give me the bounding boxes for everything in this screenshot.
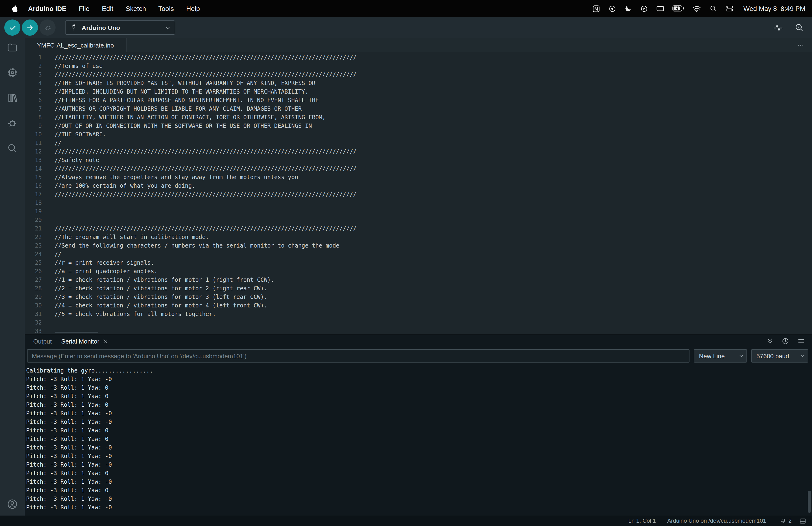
code-editor[interactable]: 1///////////////////////////////////////…	[25, 52, 812, 334]
more-actions-icon[interactable]	[797, 41, 812, 49]
board-selector[interactable]: Arduino Uno	[65, 20, 175, 35]
menubar-status-area: Wed May 8 8:49 PM	[592, 4, 806, 13]
chevron-down-icon	[800, 354, 805, 358]
serial-output-line: Pitch: -3 Roll: 1 Yaw: -0	[26, 478, 812, 486]
code-text	[42, 318, 55, 327]
battery-charging-icon[interactable]	[672, 5, 684, 12]
usb-icon	[70, 24, 77, 31]
serial-monitor-icon[interactable]	[795, 23, 804, 32]
code-text: //are 100% certain of what you are doing…	[42, 182, 195, 190]
tab-output[interactable]: Output	[29, 335, 57, 348]
upload-button[interactable]	[22, 19, 38, 35]
code-line: 17//////////////////////////////////////…	[25, 190, 812, 199]
serial-output-line: Pitch: -3 Roll: 1 Yaw: -0	[26, 503, 812, 512]
timestamp-icon[interactable]	[782, 337, 789, 345]
statusbar-board[interactable]: Arduino Uno on /dev/cu.usbmodem101	[667, 517, 766, 524]
line-number: 27	[25, 275, 42, 284]
serial-output-line: Pitch: -3 Roll: 1 Yaw: 0	[26, 435, 812, 443]
serial-output-line: Pitch: -3 Roll: 1 Yaw: 0	[26, 469, 812, 478]
serial-output[interactable]: Calibrating the gyro.................Pit…	[25, 363, 812, 515]
collapse-panel-icon[interactable]	[766, 337, 773, 345]
verify-button[interactable]	[4, 19, 20, 35]
panel-toggle-icon[interactable]	[799, 517, 806, 524]
code-text: //1 = check rotation / vibrations for mo…	[42, 275, 274, 284]
serial-plotter-icon[interactable]	[773, 23, 783, 32]
serial-output-line: Pitch: -3 Roll: 1 Yaw: 0	[26, 383, 812, 392]
bottom-panel: Output Serial Monitor	[25, 334, 812, 515]
code-line: 6//FITNESS FOR A PARTICULAR PURPOSE AND …	[25, 96, 812, 104]
code-line: 27//1 = check rotation / vibrations for …	[25, 275, 812, 284]
baud-rate-select[interactable]: 57600 baud	[751, 349, 808, 362]
menu-item-file[interactable]: File	[79, 5, 89, 12]
apple-menu-icon[interactable]	[11, 4, 17, 13]
code-text: //THE SOFTWARE.	[42, 130, 106, 139]
code-text: ////////////////////////////////////////…	[42, 224, 357, 233]
serial-output-line: Pitch: -3 Roll: 1 Yaw: -0	[26, 495, 812, 503]
code-text	[42, 199, 55, 207]
display-icon[interactable]	[656, 5, 664, 12]
debug-bug-icon	[43, 24, 52, 32]
menu-item-help[interactable]: Help	[186, 5, 200, 12]
line-ending-select[interactable]: New Line	[694, 349, 747, 362]
debug-sidebar-icon[interactable]	[6, 117, 18, 129]
line-number: 29	[25, 293, 42, 301]
code-text: ////////////////////////////////////////…	[42, 165, 357, 173]
code-text: //4 = check rotation / vibrations for mo…	[42, 301, 267, 310]
line-number: 14	[25, 165, 42, 173]
panel-menu-icon[interactable]	[797, 337, 805, 345]
code-line: 22//The program will start in calibratio…	[25, 233, 812, 241]
do-not-disturb-moon-icon[interactable]	[624, 5, 632, 12]
line-number: 17	[25, 190, 42, 199]
menu-item-tools[interactable]: Tools	[158, 5, 174, 12]
code-line: 7//AUTHORS OR COPYRIGHT HOLDERS BE LIABL…	[25, 104, 812, 113]
serial-output-line: Pitch: -3 Roll: 1 Yaw: 0	[26, 392, 812, 400]
now-playing-icon[interactable]	[640, 4, 648, 13]
sketchbook-folder-icon[interactable]	[6, 42, 18, 53]
menu-item-arduino-ide[interactable]: Arduino IDE	[28, 5, 67, 12]
line-number: 32	[25, 318, 42, 327]
serial-output-line: Pitch: -3 Roll: 1 Yaw: 0	[26, 486, 812, 495]
serial-output-line: Pitch: -3 Roll: 1 Yaw: 0	[26, 400, 812, 409]
boards-manager-icon[interactable]	[6, 67, 18, 79]
code-text	[42, 327, 55, 334]
serial-output-line: Pitch: -3 Roll: 1 Yaw: 0	[26, 426, 812, 435]
library-manager-icon[interactable]	[6, 92, 18, 103]
close-icon[interactable]	[103, 339, 108, 344]
account-icon[interactable]	[6, 498, 18, 510]
serial-output-line: Pitch: -3 Roll: 1 Yaw: -0	[26, 443, 812, 452]
code-line: 11//	[25, 139, 812, 147]
notifications-bell[interactable]: 2	[780, 517, 792, 524]
panel-action-icons	[766, 337, 812, 345]
control-center-icon[interactable]	[725, 5, 734, 12]
cursor-position[interactable]: Ln 1, Col 1	[628, 517, 656, 524]
notion-icon[interactable]	[592, 4, 600, 13]
code-line: 10//THE SOFTWARE.	[25, 130, 812, 139]
spotlight-search-icon[interactable]	[709, 5, 717, 12]
menubar-clock[interactable]: Wed May 8 8:49 PM	[743, 5, 806, 12]
menu-item-sketch[interactable]: Sketch	[126, 5, 146, 12]
debug-button[interactable]	[40, 19, 56, 35]
code-line: 19	[25, 207, 812, 216]
code-text: //FITNESS FOR A PARTICULAR PURPOSE AND N…	[42, 96, 319, 104]
line-number: 33	[25, 327, 42, 334]
search-icon[interactable]	[6, 143, 18, 154]
serial-message-input[interactable]	[27, 349, 690, 362]
code-text: //IMPLIED, INCLUDING BUT NOT LIMITED TO …	[42, 87, 308, 96]
code-line: 15//Always remove the propellers and sta…	[25, 173, 812, 182]
line-number: 3	[25, 70, 42, 79]
serial-output-line: Calibrating the gyro.................	[26, 366, 812, 375]
menu-item-edit[interactable]: Edit	[102, 5, 113, 12]
tab-sketch[interactable]: YMFC-AL_esc_calibrate.ino	[25, 38, 127, 52]
screen-record-icon[interactable]	[608, 4, 616, 13]
tab-serial-monitor[interactable]: Serial Monitor	[57, 335, 113, 348]
editor-horizontal-scrollbar[interactable]	[55, 332, 98, 333]
line-number: 30	[25, 301, 42, 310]
line-number: 11	[25, 139, 42, 147]
editor-lines: 1///////////////////////////////////////…	[25, 53, 812, 334]
statusbar: Ln 1, Col 1 Arduino Uno on /dev/cu.usbmo…	[0, 515, 812, 526]
code-text: //r = print receiver signals.	[42, 258, 154, 267]
serial-output-scrollbar[interactable]	[808, 491, 811, 513]
code-line: 28//2 = check rotation / vibrations for …	[25, 284, 812, 293]
workbench: YMFC-AL_esc_calibrate.ino 1/////////////…	[0, 38, 812, 515]
wifi-icon[interactable]	[692, 5, 701, 12]
